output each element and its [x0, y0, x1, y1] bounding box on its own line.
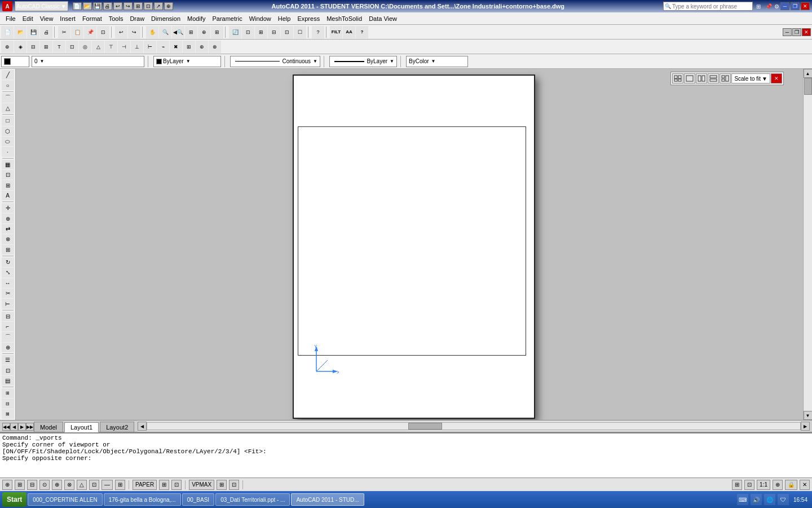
- tool-table[interactable]: ⊞: [2, 180, 14, 190]
- vp-btn-2[interactable]: [684, 73, 695, 84]
- close-btn[interactable]: ✕: [801, 2, 810, 10]
- sb-icon1[interactable]: ⊞: [159, 480, 169, 490]
- vp-close-btn[interactable]: ✕: [771, 73, 782, 84]
- menu-modify[interactable]: Modify: [184, 14, 209, 23]
- tool-move[interactable]: ✛: [2, 203, 14, 213]
- tb-zoom-all[interactable]: ⊕: [198, 26, 210, 38]
- menu-view[interactable]: View: [37, 14, 57, 23]
- tool-layeruniso[interactable]: ⊠: [2, 409, 14, 419]
- tb-lt1[interactable]: FILT: [330, 26, 342, 38]
- sb-ducs[interactable]: △: [77, 480, 87, 490]
- sb-lw[interactable]: —: [102, 480, 113, 490]
- tb-matchprop[interactable]: ⊡: [97, 26, 109, 38]
- tool-extend[interactable]: ⊢: [2, 299, 14, 308]
- tb-paste[interactable]: 📌: [84, 26, 96, 38]
- tb2-snap17[interactable]: ⊗: [209, 41, 221, 53]
- tool-copy[interactable]: ⊕: [2, 213, 14, 223]
- h-scroll-thumb[interactable]: [408, 423, 442, 430]
- tb-zoom-prev[interactable]: ◀🔍: [172, 26, 184, 38]
- tb2-snap6[interactable]: ⊡: [66, 41, 78, 53]
- sb-anno1[interactable]: ⊞: [732, 480, 742, 490]
- workspace-dropdown[interactable]: AutoCAD Classic ▼: [15, 1, 68, 11]
- tb2-snap5[interactable]: T: [53, 41, 65, 53]
- sb-otrack[interactable]: ⊗: [64, 480, 74, 490]
- menu-dataview[interactable]: Data View: [365, 14, 400, 23]
- tab-scroll-right[interactable]: ▶▶: [26, 423, 34, 431]
- tool-polygon[interactable]: ⬡: [2, 126, 14, 136]
- tb-minimize[interactable]: ─: [783, 28, 792, 36]
- h-scroll-track[interactable]: [147, 422, 801, 430]
- tool-ellipse[interactable]: ⬭: [2, 137, 14, 146]
- tool-line[interactable]: ╱: [2, 70, 14, 80]
- tb-view4[interactable]: ⊡: [281, 26, 293, 38]
- tb-restore[interactable]: ❐: [792, 28, 801, 36]
- tool-explode[interactable]: ⊕: [2, 343, 14, 352]
- undo-btn[interactable]: ↩: [113, 2, 122, 10]
- tab-scroll-prev[interactable]: ◀: [10, 423, 18, 431]
- restore-btn[interactable]: ❐: [791, 2, 800, 10]
- redo-btn[interactable]: ↪: [123, 2, 133, 10]
- menu-tools[interactable]: Tools: [105, 14, 127, 23]
- minimize-btn[interactable]: ─: [780, 2, 789, 10]
- open-file-btn[interactable]: 📂: [83, 2, 92, 10]
- tb-lt2[interactable]: AA: [343, 26, 355, 38]
- tb-btn2[interactable]: ⊡: [144, 2, 153, 10]
- tool-rect[interactable]: □: [2, 116, 14, 125]
- taskbar-icon-1[interactable]: ⌨: [737, 494, 748, 505]
- color-dropdown[interactable]: ByLayer ▼: [153, 56, 221, 67]
- tb2-snap2[interactable]: ◈: [14, 41, 27, 53]
- linetype-dropdown[interactable]: Continuous ▼: [230, 56, 320, 67]
- tb2-snap9[interactable]: ⊤: [105, 41, 117, 53]
- settings-icon[interactable]: ⚙: [774, 3, 779, 10]
- tool-offset[interactable]: ⊗: [2, 234, 14, 244]
- menu-help[interactable]: Help: [275, 14, 294, 23]
- tool-stretch[interactable]: ↔: [2, 278, 14, 288]
- plotstyle-dropdown[interactable]: ByColor ▼: [406, 56, 468, 67]
- tool-designcenter[interactable]: ⊡: [2, 365, 14, 375]
- scroll-thumb[interactable]: [804, 78, 812, 95]
- menu-file[interactable]: File: [2, 14, 19, 23]
- sb-dyn[interactable]: ⊡: [89, 480, 99, 490]
- tb2-snap15[interactable]: ⊞: [183, 41, 195, 53]
- tb-zoom-win[interactable]: ⊞: [185, 26, 197, 38]
- scroll-up-arrow[interactable]: ▲: [804, 69, 813, 78]
- sb-icon4[interactable]: ⊡: [229, 480, 239, 490]
- scale-dropdown[interactable]: Scale to fit ▼: [731, 73, 770, 84]
- sb-qp[interactable]: ⊞: [115, 480, 125, 490]
- tool-hatch[interactable]: ▦: [2, 160, 14, 169]
- sb-lock[interactable]: 🔒: [785, 480, 797, 490]
- tb-plot[interactable]: 🖨: [40, 26, 52, 38]
- sb-anno3[interactable]: 1:1: [757, 480, 770, 490]
- menu-parametric[interactable]: Parametric: [209, 14, 245, 23]
- taskbar-item-1[interactable]: 176-gita bella a Bologna,...: [104, 493, 181, 506]
- tool-arc[interactable]: ⌒: [2, 93, 14, 103]
- sb-anno4[interactable]: ⊕: [773, 480, 783, 490]
- tool-trim[interactable]: ✂: [2, 288, 14, 298]
- tb2-snap[interactable]: ⊕: [1, 41, 14, 53]
- tool-chamfer[interactable]: ⌐: [2, 322, 14, 331]
- layer-dropdown[interactable]: 0 ▼: [32, 56, 144, 67]
- vp-btn-1[interactable]: [672, 73, 683, 84]
- tool-break[interactable]: ⊟: [2, 312, 14, 321]
- tb-save[interactable]: 💾: [27, 26, 39, 38]
- scroll-track[interactable]: [804, 78, 812, 411]
- tool-circle[interactable]: ○: [2, 80, 14, 90]
- sb-icon3[interactable]: ⊞: [217, 480, 227, 490]
- help-search-icon[interactable]: ⊞: [756, 3, 761, 10]
- tb-close[interactable]: ✕: [802, 28, 811, 36]
- tab-scroll-next[interactable]: ▶: [18, 423, 26, 431]
- tool-layeriso[interactable]: ⊟: [2, 398, 14, 408]
- sb-osnap[interactable]: ⊕: [52, 480, 62, 490]
- tb2-snap8[interactable]: △: [92, 41, 104, 53]
- tool-scale[interactable]: ⤡: [2, 268, 14, 277]
- sb-snap[interactable]: ⊕: [2, 480, 12, 490]
- sb-icon2[interactable]: ⊡: [171, 480, 182, 490]
- tb2-snap11[interactable]: ⊥: [131, 41, 143, 53]
- lineweight-dropdown[interactable]: ByLayer ▼: [329, 56, 397, 67]
- tb-btn4[interactable]: ⊕: [164, 2, 173, 10]
- tb-view1[interactable]: ⊡: [242, 26, 254, 38]
- tb-btn1[interactable]: ⊞: [134, 2, 143, 10]
- tb-copy[interactable]: 📋: [71, 26, 83, 38]
- tb-view2[interactable]: ⊞: [255, 26, 267, 38]
- menu-format[interactable]: Format: [79, 14, 105, 23]
